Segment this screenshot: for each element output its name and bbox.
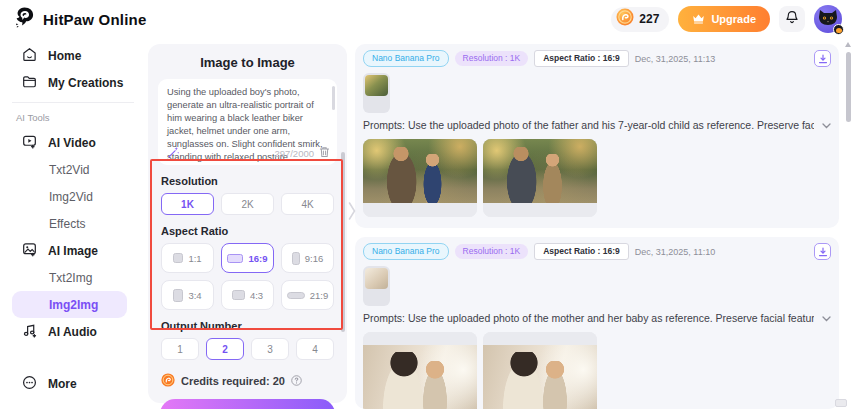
prompt-scrollbar[interactable]	[332, 86, 335, 110]
result-prompt-text: Prompts: Use the uploaded photo of the f…	[363, 119, 814, 131]
option-label: 3:4	[188, 290, 201, 301]
ai-video-icon	[22, 134, 37, 152]
sidebar-item-ai-image[interactable]: AI Image	[0, 237, 146, 264]
resolution-option-1k[interactable]: 1K	[161, 193, 214, 215]
resolution-badge: Resolution : 1K	[455, 244, 529, 259]
sidebar-item-img2img[interactable]: Img2Img	[12, 291, 127, 318]
credits-required-text: Credits required: 20	[181, 375, 285, 387]
sidebar-item-ai-video[interactable]: AI Video	[0, 129, 146, 156]
sidebar-item-my-creations[interactable]: My Creations	[0, 69, 146, 96]
result-image[interactable]	[363, 332, 477, 409]
reference-thumbnail[interactable]	[363, 266, 390, 306]
folder-icon	[22, 74, 37, 92]
aspect-ratio-badge: Aspect Ratio : 16:9	[534, 243, 629, 260]
hitpaw-paw-icon	[12, 6, 35, 33]
sidebar-item-ai-audio[interactable]: AI Audio	[0, 318, 146, 345]
result-card: Nano Banana Pro Resolution : 1K Aspect R…	[355, 237, 839, 409]
timestamp: Dec, 31,2025, 11:10	[635, 247, 715, 257]
output-number-label: Output Number	[161, 320, 334, 332]
prompt-textarea[interactable]: Using the uploaded boy's photo, generate…	[158, 79, 337, 165]
option-label: 2K	[241, 199, 253, 210]
scrollbar-thumb[interactable]	[846, 52, 851, 122]
ratio-shape-icon	[287, 292, 305, 299]
output-option-1[interactable]: 1	[161, 338, 199, 360]
info-icon[interactable]	[291, 375, 302, 388]
ratio-shape-icon	[173, 253, 183, 263]
scrollbar-up-arrow[interactable]	[845, 42, 851, 47]
option-label: 9:16	[305, 253, 324, 264]
panel-scrollbar[interactable]	[341, 152, 345, 332]
brand-logo[interactable]: HitPaw Online	[12, 6, 146, 33]
upgrade-label: Upgrade	[711, 13, 756, 25]
sidebar-item-label: Txt2Img	[49, 271, 92, 285]
resolution-option-4k[interactable]: 4K	[281, 193, 334, 215]
sidebar-item-txt2img[interactable]: Txt2Img	[0, 264, 146, 291]
coin-icon-small	[161, 373, 175, 389]
sidebar-item-effects[interactable]: Effects	[0, 210, 146, 237]
aspect-option-9-16[interactable]: 9:16	[281, 243, 334, 273]
sidebar-item-label: AI Video	[48, 136, 96, 150]
output-number-options: 1 2 3 4	[161, 338, 334, 360]
download-button[interactable]	[814, 50, 831, 67]
option-label: 1:1	[188, 253, 201, 264]
sidebar-divider	[12, 102, 134, 103]
aspect-option-3-4[interactable]: 3:4	[161, 280, 214, 310]
panel-collapse-chevron-icon[interactable]	[348, 201, 356, 225]
sidebar-item-more[interactable]: More	[0, 370, 146, 397]
aspect-ratio-badge: Aspect Ratio : 16:9	[534, 50, 629, 67]
upgrade-button[interactable]: Upgrade	[678, 6, 770, 32]
sidebar-item-txt2vid[interactable]: Txt2Vid	[0, 156, 146, 183]
option-label: 2	[222, 344, 228, 355]
chevron-down-icon[interactable]	[822, 312, 831, 324]
option-label: 1K	[181, 199, 194, 210]
output-option-3[interactable]: 3	[251, 338, 289, 360]
sidebar-item-label: More	[48, 377, 77, 391]
aspect-option-16-9[interactable]: 16:9	[221, 243, 274, 273]
ratio-shape-icon	[232, 290, 245, 300]
app-window: HitPaw Online 227 Upgrade	[0, 0, 854, 409]
option-label: 4K	[301, 199, 313, 210]
panel-title: Image to Image	[158, 55, 337, 70]
generate-button[interactable]: Generate	[160, 399, 335, 409]
avatar-badge-icon	[833, 24, 844, 35]
trash-icon[interactable]	[319, 146, 330, 162]
sidebar-item-img2vid[interactable]: Img2Vid	[0, 183, 146, 210]
output-option-4[interactable]: 4	[296, 338, 334, 360]
credits-balance[interactable]: 227	[611, 7, 669, 32]
image-to-image-panel: Image to Image Using the uploaded boy's …	[148, 44, 347, 403]
option-label: 4:3	[250, 290, 263, 301]
result-card: Nano Banana Pro Resolution : 1K Aspect R…	[355, 44, 839, 228]
reference-thumbnail[interactable]	[363, 73, 390, 113]
result-image[interactable]	[483, 139, 597, 217]
ratio-shape-icon	[227, 254, 243, 263]
result-image[interactable]	[363, 139, 477, 217]
sidebar-item-label: My Creations	[48, 76, 123, 90]
notifications-button[interactable]	[779, 6, 805, 32]
crown-icon	[692, 13, 705, 26]
credits-count: 227	[639, 12, 659, 26]
timestamp: Dec, 31,2025, 11:13	[635, 54, 715, 64]
option-label: 4	[312, 344, 318, 355]
aspect-option-1-1[interactable]: 1:1	[161, 243, 214, 273]
scrollbar-corner[interactable]	[835, 399, 847, 407]
user-avatar[interactable]	[814, 5, 842, 33]
sidebar-item-label: Home	[48, 49, 81, 63]
result-image[interactable]	[483, 332, 597, 409]
resolution-option-2k[interactable]: 2K	[221, 193, 274, 215]
sidebar-item-label: Effects	[49, 217, 85, 231]
ai-audio-icon	[22, 323, 37, 341]
aspect-option-21-9[interactable]: 21:9	[281, 280, 334, 310]
download-button[interactable]	[814, 243, 831, 260]
output-option-2[interactable]: 2	[206, 338, 244, 360]
chevron-down-icon[interactable]	[822, 119, 831, 131]
ai-image-icon	[22, 242, 37, 260]
char-counter: 297/2000	[274, 147, 314, 160]
magic-wand-icon[interactable]	[167, 146, 179, 162]
aspect-ratio-label: Aspect Ratio	[161, 225, 334, 237]
resolution-badge: Resolution : 1K	[455, 51, 529, 66]
option-label: 3	[267, 344, 273, 355]
sidebar-item-home[interactable]: Home	[0, 42, 146, 69]
aspect-option-4-3[interactable]: 4:3	[221, 280, 274, 310]
resolution-options: 1K 2K 4K	[161, 193, 334, 215]
more-icon	[22, 375, 37, 393]
